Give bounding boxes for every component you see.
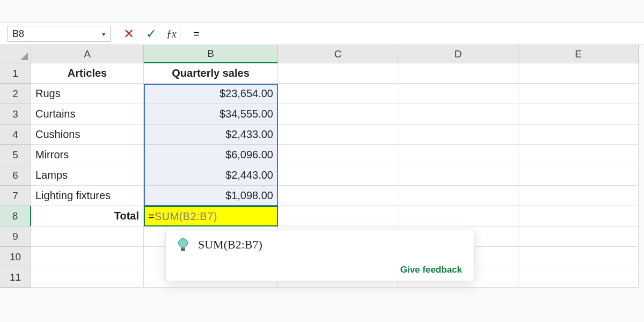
cell[interactable] bbox=[398, 165, 518, 186]
cancel-icon[interactable]: ✕ bbox=[121, 26, 136, 41]
row-header[interactable]: 1 bbox=[0, 63, 31, 84]
table-row: 1 Articles Quarterly sales bbox=[0, 63, 644, 84]
cell[interactable] bbox=[518, 63, 639, 84]
column-header[interactable]: C bbox=[278, 45, 398, 63]
cell[interactable]: $34,555.00 bbox=[144, 104, 278, 125]
row-header[interactable]: 2 bbox=[0, 84, 31, 104]
formula-input[interactable] bbox=[191, 26, 636, 42]
formula-suggestion-popup: SUM(B2:B7) Give feedback bbox=[165, 230, 474, 281]
suggestion-row[interactable]: SUM(B2:B7) bbox=[178, 238, 462, 252]
row-header[interactable]: 10 bbox=[0, 247, 31, 267]
cell[interactable] bbox=[278, 63, 398, 84]
cell[interactable] bbox=[278, 186, 398, 206]
column-header[interactable]: B bbox=[144, 45, 278, 63]
table-row: 3Curtains$34,555.00 bbox=[0, 104, 644, 125]
cell[interactable]: Articles bbox=[31, 63, 144, 84]
cell[interactable]: Rugs bbox=[31, 84, 144, 104]
cell[interactable]: Quarterly sales bbox=[144, 63, 278, 84]
name-box[interactable]: B8 ▾ bbox=[8, 26, 111, 42]
cell[interactable] bbox=[398, 186, 518, 206]
cell[interactable] bbox=[278, 125, 398, 145]
cell[interactable] bbox=[398, 125, 518, 145]
cell[interactable] bbox=[518, 206, 639, 226]
formula-prefix: = bbox=[148, 210, 155, 223]
cell[interactable] bbox=[278, 206, 398, 226]
cell[interactable] bbox=[278, 84, 398, 104]
table-row: 5Mirrors$6,096.00 bbox=[0, 145, 644, 165]
column-header[interactable]: D bbox=[398, 45, 518, 63]
cell[interactable]: $2,443.00 bbox=[144, 165, 278, 186]
cell[interactable] bbox=[278, 104, 398, 125]
cell[interactable] bbox=[398, 145, 518, 165]
cell[interactable]: Mirrors bbox=[31, 145, 144, 165]
row-header[interactable]: 8 bbox=[0, 206, 31, 226]
formula-body: SUM(B2:B7) bbox=[155, 210, 217, 223]
cell[interactable]: Lamps bbox=[31, 165, 144, 186]
cell[interactable] bbox=[398, 63, 518, 84]
cell[interactable] bbox=[518, 165, 639, 186]
cell[interactable] bbox=[518, 84, 639, 104]
row-header[interactable]: 9 bbox=[0, 226, 31, 247]
cell[interactable] bbox=[398, 84, 518, 104]
table-row: 7Lighting fixtures$1,098.00 bbox=[0, 186, 644, 206]
cell[interactable] bbox=[398, 206, 518, 226]
row-header[interactable]: 11 bbox=[0, 267, 31, 288]
cell[interactable] bbox=[278, 145, 398, 165]
formula-bar: B8 ▾ ✕ ✓ ƒx bbox=[0, 23, 644, 45]
cell[interactable] bbox=[518, 104, 639, 125]
column-header[interactable]: E bbox=[518, 45, 639, 63]
chevron-down-icon[interactable]: ▾ bbox=[102, 30, 106, 38]
cell[interactable] bbox=[518, 226, 639, 247]
cell[interactable]: $6,096.00 bbox=[144, 145, 278, 165]
spreadsheet-grid: A B C D E 1 Articles Quarterly sales 2Ru… bbox=[0, 45, 644, 288]
select-all-corner[interactable] bbox=[0, 45, 31, 63]
cell[interactable]: Cushions bbox=[31, 125, 144, 145]
name-box-value: B8 bbox=[12, 28, 24, 40]
cell[interactable] bbox=[518, 247, 639, 267]
active-edit-cell[interactable]: = SUM(B2:B7) bbox=[144, 206, 278, 226]
accept-icon[interactable]: ✓ bbox=[144, 26, 159, 41]
cell[interactable] bbox=[31, 267, 144, 288]
row-header[interactable]: 6 bbox=[0, 165, 31, 186]
cell[interactable]: $23,654.00 bbox=[144, 84, 278, 104]
fx-icon[interactable]: ƒx bbox=[166, 26, 180, 42]
give-feedback-link[interactable]: Give feedback bbox=[178, 265, 462, 275]
cell[interactable] bbox=[518, 267, 639, 288]
column-header-row: A B C D E bbox=[0, 45, 644, 63]
cell[interactable]: Total bbox=[31, 206, 144, 226]
cell[interactable] bbox=[518, 145, 639, 165]
cell[interactable]: Curtains bbox=[31, 104, 144, 125]
formula-bar-actions: ✕ ✓ ƒx bbox=[121, 26, 180, 42]
row-header[interactable]: 3 bbox=[0, 104, 31, 125]
table-row: 6Lamps$2,443.00 bbox=[0, 165, 644, 186]
cell[interactable]: Lighting fixtures bbox=[31, 186, 144, 206]
table-row: 4Cushions$2,433.00 bbox=[0, 125, 644, 145]
cell[interactable] bbox=[31, 226, 144, 247]
row-header[interactable]: 4 bbox=[0, 125, 31, 145]
column-header[interactable]: A bbox=[31, 45, 144, 63]
cell[interactable] bbox=[518, 186, 639, 206]
suggestion-text: SUM(B2:B7) bbox=[198, 238, 262, 252]
cell[interactable] bbox=[31, 247, 144, 267]
row-header[interactable]: 5 bbox=[0, 145, 31, 165]
cell[interactable] bbox=[518, 125, 639, 145]
table-row: 2Rugs$23,654.00 bbox=[0, 84, 644, 104]
row-header[interactable]: 7 bbox=[0, 186, 31, 206]
cell[interactable] bbox=[278, 165, 398, 186]
cell[interactable]: $1,098.00 bbox=[144, 186, 278, 206]
table-row: 8 Total bbox=[0, 206, 644, 226]
cell[interactable] bbox=[398, 104, 518, 125]
lightbulb-icon bbox=[178, 238, 188, 252]
cell[interactable]: $2,433.00 bbox=[144, 125, 278, 145]
